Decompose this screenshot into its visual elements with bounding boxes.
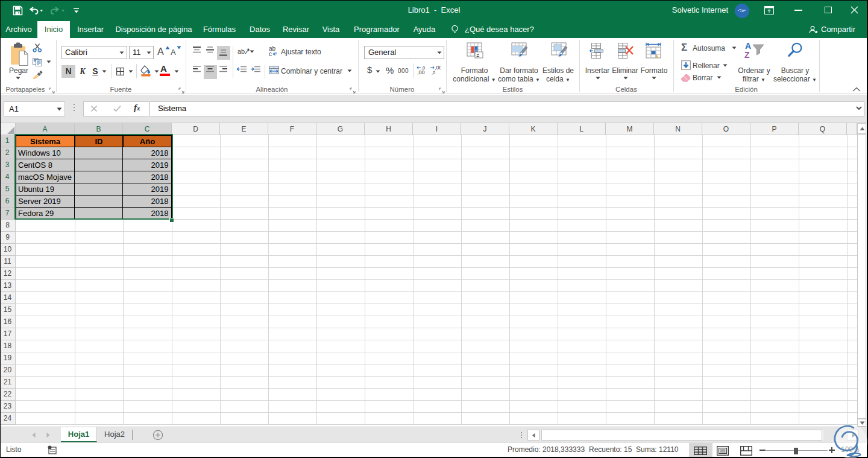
svg-text:≠: ≠ bbox=[477, 52, 480, 59]
svg-text:,00: ,00 bbox=[435, 65, 441, 71]
svg-text:c: c bbox=[269, 51, 272, 56]
svg-text:,0: ,0 bbox=[432, 70, 435, 75]
svg-text:,00: ,00 bbox=[417, 69, 425, 75]
svg-text:ab: ab bbox=[237, 48, 245, 55]
